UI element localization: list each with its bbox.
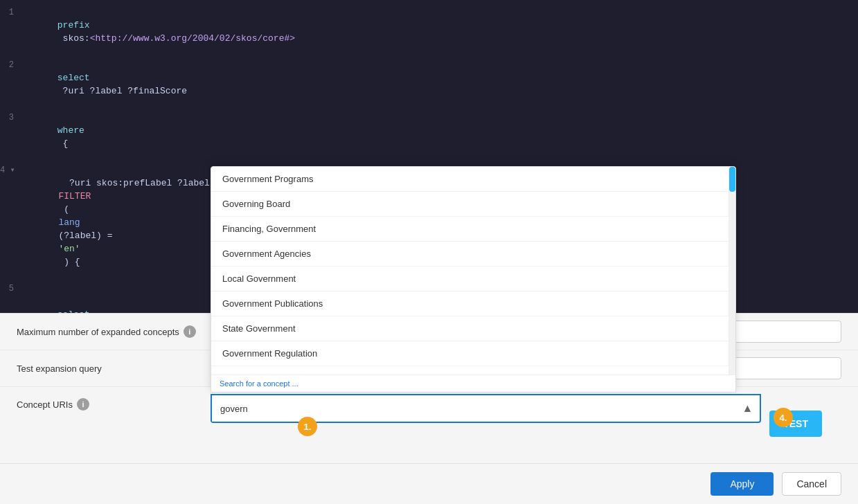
dropdown-item-government-agencies[interactable]: Government Agencies [211,242,729,267]
code-line-3: 3 where { [0,111,858,163]
bottom-panel: Maximum number of expanded concepts i Te… [0,313,858,504]
concept-uris-row: Concept URIs i Government Programs Gover… [0,387,858,430]
dropdown-scrollbar [729,167,735,375]
max-concepts-label: Maximum number of expanded concepts i [17,325,211,338]
concept-dropdown-list: Government Programs Governing Board Fina… [211,166,736,393]
scrollbar-thumb [729,167,735,192]
concept-uris-label: Concept URIs i [17,394,211,411]
dropdown-item-state-government[interactable]: State Government [211,316,729,341]
dropdown-item-government-programs[interactable]: Government Programs [211,167,729,192]
dropdown-collapse-icon[interactable]: ▲ [735,402,760,415]
max-concepts-info-icon[interactable]: i [184,325,196,338]
dropdown-item-governing-board[interactable]: Governing Board [211,192,729,217]
cancel-button[interactable]: Cancel [782,472,841,496]
code-line-1: 1 prefix skos:<http://www.w3.org/2004/02… [0,6,858,58]
concept-search-input-wrapper: ▲ [211,394,761,423]
step-badge-1: 1. [298,417,317,436]
apply-button[interactable]: Apply [710,472,774,496]
dropdown-item-federal-government[interactable]: Federal Government [211,366,729,375]
concept-search-container: Government Programs Governing Board Fina… [211,394,761,423]
dropdown-item-government-publications[interactable]: Government Publications [211,291,729,316]
test-expansion-label: Test expansion query [17,363,211,374]
search-field-label: Search for a concept ... [211,375,735,392]
footer-buttons: Apply Cancel [0,463,858,504]
code-line-2: 2 select ?uri ?label ?finalScore [0,58,858,111]
step-badge-4: 4. [774,408,793,427]
dropdown-item-government-regulation[interactable]: Government Regulation [211,341,729,366]
step-badge-1-container: 1. [298,417,317,436]
dropdown-scroll-area[interactable]: Government Programs Governing Board Fina… [211,167,729,375]
concept-search-input[interactable] [212,395,735,422]
dropdown-item-financing-government[interactable]: Financing, Government [211,217,729,242]
concept-uris-info-icon[interactable]: i [77,398,89,411]
dropdown-item-local-government[interactable]: Local Government [211,267,729,291]
